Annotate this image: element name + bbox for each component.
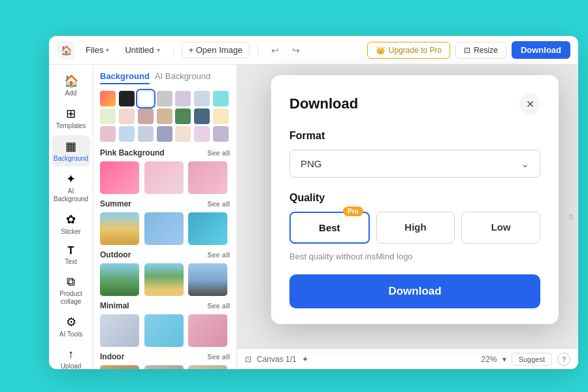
sidebar-item-ai-background[interactable]: ✦ AI Background xyxy=(52,168,90,207)
section-title-outdoor: Outdoor See all xyxy=(100,250,230,259)
sticker-icon: ✿ xyxy=(66,212,76,227)
see-all-outdoor[interactable]: See all xyxy=(207,251,230,259)
scroll-indicator: 0 xyxy=(569,213,573,221)
sidebar-item-templates[interactable]: ⊞ Templates xyxy=(52,103,90,134)
suggest-button[interactable]: Suggest xyxy=(512,353,552,366)
format-value: PNG xyxy=(301,158,322,169)
sidebar-item-product-collage[interactable]: ⧉ Product collage xyxy=(52,271,90,310)
color-swatch-lilac[interactable] xyxy=(194,126,210,142)
modal-header: Download ✕ xyxy=(289,93,540,114)
sidebar-item-ai-tools[interactable]: ⚙ AI Tools xyxy=(52,311,90,342)
thumb-pink-3[interactable] xyxy=(188,161,227,194)
see-all-pink[interactable]: See all xyxy=(207,149,230,157)
sidebar-item-sticker[interactable]: ✿ Sticker xyxy=(52,208,90,240)
color-swatch-cyan[interactable] xyxy=(213,91,229,106)
resize-icon: ⊡ xyxy=(464,46,470,55)
close-icon: ✕ xyxy=(526,98,534,110)
thumb-summer-1[interactable] xyxy=(100,212,139,245)
topbar: 🏠 Files ▾ Untitled ▾ + Open Image ↩ ↪ 👑 … xyxy=(49,36,578,65)
color-swatch-lavender[interactable] xyxy=(175,91,191,106)
quality-low[interactable]: Low xyxy=(461,212,540,244)
resize-button[interactable]: ⊡ Resize xyxy=(455,42,506,59)
color-swatch-dusty[interactable] xyxy=(213,126,229,142)
thumb-outdoor-2[interactable] xyxy=(144,263,184,296)
color-swatch-tan[interactable] xyxy=(157,108,172,124)
thumb-outdoor-1[interactable] xyxy=(100,263,139,296)
see-all-summer[interactable]: See all xyxy=(207,200,230,208)
color-swatch-mint[interactable] xyxy=(100,108,116,124)
thumb-indoor-2[interactable] xyxy=(144,365,184,369)
color-swatch-skyblue[interactable] xyxy=(194,91,210,106)
section-label-outdoor: Outdoor xyxy=(100,250,131,259)
download-topbar-button[interactable]: Download xyxy=(512,41,570,59)
quality-description: Best quality without insMind logo xyxy=(289,252,540,261)
untitled-label: Untitled xyxy=(125,45,154,55)
color-swatch-gray1[interactable] xyxy=(157,91,172,106)
topbar-divider2 xyxy=(257,44,258,57)
modal-close-button[interactable]: ✕ xyxy=(519,93,540,114)
undo-button[interactable]: ↩ xyxy=(266,41,284,59)
canvas-bottom-right: 22% ▾ Suggest ? xyxy=(482,353,570,366)
color-swatch-periwinkle[interactable] xyxy=(119,126,135,142)
help-button[interactable]: ? xyxy=(557,353,570,366)
help-label: ? xyxy=(562,355,566,363)
untitled-menu[interactable]: Untitled ▾ xyxy=(120,42,165,57)
quality-best[interactable]: Pro Best xyxy=(289,212,370,244)
redo-button[interactable]: ↪ xyxy=(287,41,305,59)
canvas-bottom-bar: ⊡ Canvas 1/1 ✦ 22% ▾ Suggest ? xyxy=(237,348,578,369)
thumb-minimal-2[interactable] xyxy=(144,314,184,347)
see-all-minimal[interactable]: See all xyxy=(207,302,230,310)
sidebar-item-text[interactable]: T Text xyxy=(52,241,90,270)
thumb-grid-indoor xyxy=(100,365,230,369)
section-label-summer: Summer xyxy=(100,199,131,208)
color-swatch-pink2[interactable] xyxy=(100,126,116,142)
thumb-indoor-1[interactable] xyxy=(100,365,139,369)
files-chevron-icon: ▾ xyxy=(106,46,109,54)
color-swatch-green[interactable] xyxy=(175,108,191,124)
color-swatch-navy[interactable] xyxy=(194,108,210,124)
color-swatch-black[interactable] xyxy=(119,91,135,106)
thumb-outdoor-3[interactable] xyxy=(188,263,227,296)
files-menu[interactable]: Files ▾ xyxy=(80,42,114,57)
tab-background[interactable]: Background xyxy=(100,71,150,84)
thumb-pink-1[interactable] xyxy=(100,161,139,194)
thumb-indoor-3[interactable] xyxy=(188,365,227,369)
color-swatch-blush[interactable] xyxy=(119,108,135,124)
thumb-pink-2[interactable] xyxy=(144,161,184,194)
tab-ai-background[interactable]: AI Background xyxy=(155,71,210,84)
see-all-indoor[interactable]: See all xyxy=(207,353,230,361)
thumb-grid-outdoor xyxy=(100,263,230,296)
color-swatch-peach[interactable] xyxy=(175,126,191,142)
section-title-minimal: Minimal See all xyxy=(100,301,230,310)
thumb-grid-minimal xyxy=(100,314,230,347)
thumb-minimal-1[interactable] xyxy=(100,314,139,347)
sidebar-item-background[interactable]: ▦ Background xyxy=(52,135,90,167)
panel: Background AI Background xyxy=(93,65,237,369)
thumb-grid-pink xyxy=(100,161,230,194)
color-swatch-purple[interactable] xyxy=(157,126,172,142)
untitled-chevron-icon: ▾ xyxy=(157,46,160,54)
download-button[interactable]: Download xyxy=(289,274,540,308)
sidebar-item-add[interactable]: 🏠 Add xyxy=(52,70,90,101)
thumb-minimal-3[interactable] xyxy=(188,314,227,347)
home-button[interactable]: 🏠 xyxy=(57,41,75,59)
ai-background-icon: ✦ xyxy=(66,172,76,186)
color-swatch-mauve[interactable] xyxy=(138,108,154,124)
color-swatch-white[interactable] xyxy=(138,91,154,106)
quality-high[interactable]: High xyxy=(376,212,455,244)
download-topbar-label: Download xyxy=(521,45,561,55)
upgrade-button[interactable]: 👑 Upgrade to Pro xyxy=(367,42,450,59)
thumb-summer-3[interactable] xyxy=(188,212,227,245)
color-swatch-slate[interactable] xyxy=(138,126,154,142)
thumb-summer-2[interactable] xyxy=(144,212,184,245)
section-title-indoor: Indoor See all xyxy=(100,352,230,361)
dropdown-chevron-icon: ⌄ xyxy=(521,159,529,169)
topbar-divider xyxy=(173,44,174,57)
open-image-button[interactable]: + Open Image xyxy=(182,42,250,58)
color-swatch-gradient[interactable] xyxy=(100,91,116,106)
color-swatch-cream[interactable] xyxy=(213,108,229,124)
sidebar-item-templates-label: Templates xyxy=(56,122,86,130)
canvas-icon: ⊡ xyxy=(245,355,252,364)
sidebar-item-upload[interactable]: ↑ Upload xyxy=(52,344,90,369)
format-dropdown[interactable]: PNG ⌄ xyxy=(289,150,540,178)
